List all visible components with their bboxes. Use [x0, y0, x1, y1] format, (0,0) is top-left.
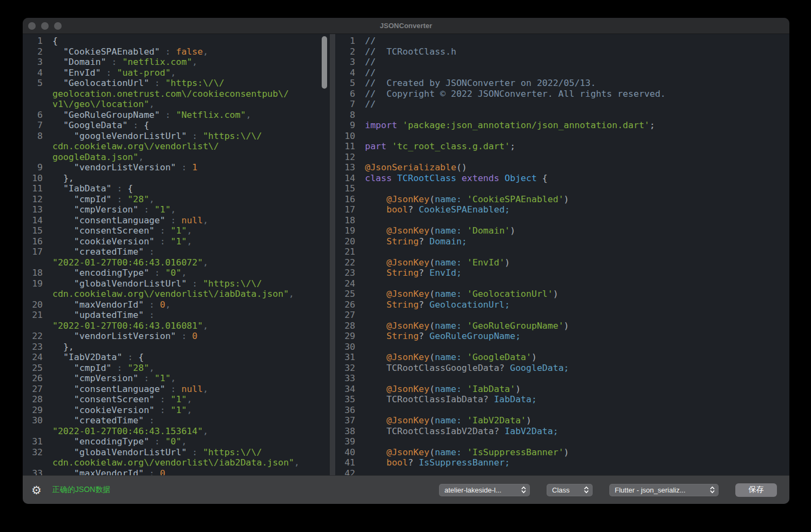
code-text: "cmpVersion" : "1", [47, 204, 176, 215]
line-number: 16 [335, 194, 360, 205]
settings-gear-icon[interactable]: ⚙ [31, 484, 42, 496]
code-line: 10 }, [23, 173, 330, 184]
code-text: "vendorListVersion" : 0 [47, 331, 197, 342]
code-line: cdn.cookielaw.org\/vendorlist\/ [23, 141, 330, 152]
code-text: @JsonKey(name: 'IabV2Data') [360, 415, 531, 426]
code-text: "consentScreen" : "1", [47, 225, 192, 236]
code-text [360, 310, 365, 321]
line-number [23, 426, 47, 437]
code-text: cdn.cookielaw.org\/vendorlist\/ [47, 141, 219, 152]
line-number: 11 [335, 141, 360, 152]
close-button[interactable] [28, 22, 36, 30]
code-text: String? GeoRuleGroupName; [360, 331, 521, 342]
line-number: 20 [335, 236, 360, 247]
code-text [360, 468, 365, 476]
code-line: 25 "cmpId" : "28", [23, 363, 330, 374]
line-number: 37 [335, 415, 360, 426]
code-line: 5 "GeolocationUrl" : "https:\/\/ [23, 78, 330, 89]
line-number: 32 [23, 447, 47, 458]
line-number: 25 [335, 289, 360, 300]
code-line: 18 "encodingType" : "0", [23, 268, 330, 278]
line-number: 15 [23, 225, 47, 236]
code-text: "updatedTime" : [47, 310, 155, 321]
code-text: }, [47, 342, 74, 353]
code-text: "cookieVersion" : "1", [47, 405, 192, 416]
line-number: 27 [23, 384, 47, 395]
line-number: 2 [23, 46, 47, 57]
code-text [360, 278, 365, 289]
code-line: 9 "vendorListVersion" : 1 [23, 162, 330, 173]
line-number [23, 141, 47, 152]
code-line: 34 @JsonKey(name: 'IabData') [335, 384, 789, 395]
line-number: 33 [23, 468, 47, 476]
code-line: 30 "createdTime" : [23, 415, 330, 426]
line-number: 4 [335, 68, 360, 78]
code-line: 24 "IabV2Data" : { [23, 352, 330, 363]
code-line: 31 "encodingType" : "0", [23, 436, 330, 447]
code-line: 11 "IabData" : { [23, 183, 330, 194]
code-text: "globalVendorListUrl" : "https:\/\/ [47, 278, 262, 289]
code-text: "Domain" : "netflix.com", [47, 57, 197, 68]
line-number [23, 89, 47, 99]
save-button[interactable]: 保存 [735, 483, 777, 497]
code-text: @JsonKey(name: 'GoogleData') [360, 352, 537, 363]
code-line: v1\/geo\/location", [23, 99, 330, 110]
code-text: "2022-01-27T00:46:43.016081", [47, 321, 208, 331]
line-number: 29 [335, 331, 360, 342]
code-line: 17 "createdTime" : [23, 247, 330, 257]
line-number: 3 [23, 57, 47, 68]
code-text: "cmpId" : "28", [47, 194, 155, 205]
line-number: 29 [23, 405, 47, 416]
code-line: geolocation.onetrust.com\/cookieconsentp… [23, 89, 330, 99]
line-number: 3 [335, 57, 360, 68]
code-line: 2 "CookieSPAEnabled" : false, [23, 46, 330, 57]
json-input-editor[interactable]: 1{2 "CookieSPAEnabled" : false,3 "Domain… [23, 34, 330, 475]
line-number: 33 [335, 373, 360, 384]
line-number: 19 [23, 278, 47, 289]
line-number: 25 [23, 363, 47, 374]
code-text: "2022-01-27T00:46:43.153614", [47, 426, 208, 437]
code-text: "googleVendorListUrl" : "https:\/\/ [47, 131, 262, 142]
line-number [23, 99, 47, 110]
code-text: "encodingType" : "0", [47, 436, 187, 447]
pane-divider[interactable] [330, 34, 335, 475]
framework-dropdown-label: Flutter - json_serializ... [615, 486, 686, 494]
code-line: "2022-01-27T00:46:43.016072", [23, 257, 330, 268]
framework-dropdown[interactable]: Flutter - json_serializ... [609, 484, 719, 496]
line-number: 19 [335, 225, 360, 236]
line-number: 34 [335, 384, 360, 395]
theme-dropdown[interactable]: atelier-lakeside-l... [439, 484, 530, 496]
line-number: 7 [335, 99, 360, 110]
dart-output-editor[interactable]: 1//2// TCRootClass.h3//4//5// Created by… [335, 34, 789, 475]
code-line: 27 [335, 310, 789, 321]
theme-dropdown-label: atelier-lakeside-l... [444, 486, 502, 494]
zoom-button[interactable] [54, 22, 62, 30]
code-text: // TCRootClass.h [360, 46, 456, 57]
code-text: "cmpVersion" : "1", [47, 373, 176, 384]
code-text: @JsonKey(name: 'Domain') [360, 225, 515, 236]
line-number: 35 [335, 394, 360, 405]
minimize-button[interactable] [41, 22, 49, 30]
left-scrollbar-thumb[interactable] [322, 36, 327, 89]
line-number: 13 [23, 204, 47, 215]
line-number: 11 [23, 183, 47, 194]
code-line: 32 "globalVendorListUrl" : "https:\/\/ [23, 447, 330, 458]
window-title: JSONConverter [23, 22, 789, 30]
code-line: 35 TCRootClassIabData? IabData; [335, 394, 789, 405]
code-line: 13 "cmpVersion" : "1", [23, 204, 330, 215]
chevron-updown-icon [710, 486, 715, 494]
titlebar[interactable]: JSONConverter [23, 18, 789, 34]
line-number: 23 [23, 342, 47, 353]
line-number: 21 [23, 310, 47, 321]
code-line: 26 "cmpVersion" : "1", [23, 373, 330, 384]
line-number: 17 [335, 204, 360, 215]
output-type-dropdown[interactable]: Class [547, 484, 593, 496]
code-text [360, 131, 365, 142]
code-line: 7 "GoogleData" : { [23, 120, 330, 131]
code-line: 32 TCRootClassGoogleData? GoogleData; [335, 363, 789, 374]
code-line: 39 [335, 436, 789, 447]
code-line: cdn.cookielaw.org\/vendorlist\/iabData.j… [23, 289, 330, 300]
line-number [23, 457, 47, 468]
code-text: "maxVendorId" : 0 [47, 468, 165, 476]
code-text: { [47, 36, 58, 46]
